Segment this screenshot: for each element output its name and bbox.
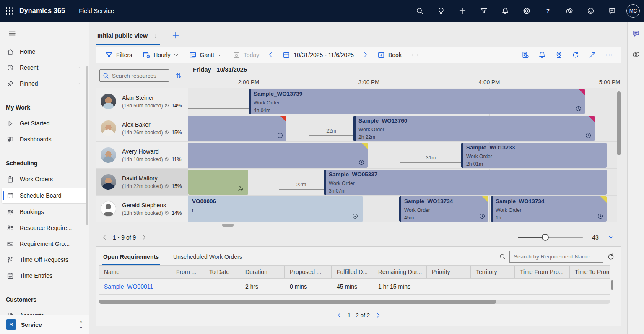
sidebar-item-dashboards[interactable]: Dashboards	[0, 131, 89, 147]
gantt-row[interactable]: 22mSample_WO05337Work Order3h 07m	[188, 169, 617, 196]
waffle-icon[interactable]	[0, 0, 19, 22]
resources-prev-page-icon[interactable]	[101, 234, 108, 240]
smiley-feedback-icon[interactable]	[582, 2, 600, 20]
sidebar-item-get-started[interactable]: Get Started	[0, 115, 89, 131]
sidebar-item-bookings[interactable]: Bookings	[0, 204, 89, 220]
sidebar-item-home[interactable]: Home	[0, 44, 89, 60]
resource-row[interactable]: David Mallory(14h 22m booked)15%	[96, 169, 188, 196]
chat-feedback-icon[interactable]	[603, 2, 621, 20]
column-header[interactable]: Time From Pro...	[515, 266, 570, 278]
zoom-slider[interactable]	[518, 237, 583, 238]
column-header[interactable]: Proposed ...	[285, 266, 332, 278]
booking-bar[interactable]: VO00006r	[188, 196, 363, 222]
bell-icon[interactable]	[496, 2, 514, 20]
search-resources-box[interactable]	[99, 69, 169, 82]
column-header[interactable]: To Date	[204, 266, 240, 278]
expand-board-icon[interactable]	[588, 51, 597, 59]
gantt-row[interactable]: VO00006rSample_WO13734Work Order45mSampl…	[188, 196, 617, 222]
sidebar-item-time-off[interactable]: Time Off Requests	[0, 252, 89, 268]
resource-row[interactable]: Avery Howard(14h 10m booked)11%	[96, 142, 188, 169]
gantt-row[interactable]: 22mSample_WO13760Work Order2h 22m	[188, 115, 617, 142]
filter-icon[interactable]	[475, 2, 493, 20]
book-button[interactable]: Book	[374, 49, 405, 61]
zoom-slider-knob[interactable]	[542, 234, 549, 241]
booking-bar[interactable]	[188, 170, 248, 195]
requirement-name-link[interactable]: Sample_WO00011	[104, 283, 153, 290]
chevron-down-icon[interactable]	[77, 80, 82, 87]
sidebar-item-schedule-board[interactable]: Schedule Board	[2, 188, 87, 203]
refresh-requirements-icon[interactable]	[607, 253, 615, 261]
booking-bar[interactable]: Sample_WO13739Work Order4h 04m	[249, 89, 585, 114]
sidebar-item-accounts[interactable]: Accounts	[0, 308, 89, 315]
booking-bar[interactable]: Sample_WO13760Work Order2h 22m	[353, 116, 595, 141]
teams-chat-icon[interactable]	[632, 29, 640, 38]
panel-tab-unscheduled-work-orders[interactable]: Unscheduled Work Orders	[172, 253, 243, 265]
board-more-icon[interactable]	[605, 51, 613, 59]
copilot-icon[interactable]	[561, 2, 578, 20]
help-icon[interactable]: ?	[539, 2, 557, 20]
requirements-next-page-icon[interactable]	[375, 312, 381, 318]
toolbar-more-icon[interactable]	[408, 49, 422, 61]
filters-button[interactable]: Filters	[101, 49, 135, 61]
booking-bar[interactable]	[188, 143, 368, 168]
sidebar-item-work-orders[interactable]: Work Orders	[0, 171, 89, 187]
sidebar-item-requirement-groups[interactable]: Requirement Gro...	[0, 236, 89, 252]
next-period-button[interactable]	[361, 50, 370, 60]
refresh-icon[interactable]	[571, 51, 580, 59]
tab-initial-public-view[interactable]: Initial public view	[96, 32, 160, 45]
lightbulb-icon[interactable]	[432, 2, 450, 20]
sidebar-item-resource-requirements[interactable]: Resource Require...	[0, 220, 89, 236]
column-header[interactable]: Priority	[427, 266, 471, 278]
column-header[interactable]: Duration	[240, 266, 285, 278]
booking-bar[interactable]	[188, 116, 286, 141]
table-row[interactable]: Sample_WO000112 hrs0 mins45 mins1 hr 15 …	[99, 279, 610, 295]
resources-next-page-icon[interactable]	[141, 234, 147, 240]
column-header[interactable]: Name	[99, 266, 171, 278]
sidebar-scrollbar[interactable]	[86, 66, 88, 225]
panel-tab-open-requirements[interactable]: Open Requirements	[102, 253, 160, 265]
scale-dropdown[interactable]: Hourly	[139, 49, 182, 61]
search-resources-input[interactable]	[112, 73, 164, 79]
sidebar-item-recent[interactable]: Recent	[0, 60, 89, 76]
collapse-panel-chevron-icon[interactable]	[608, 234, 614, 240]
today-button[interactable]: Today	[229, 49, 262, 61]
column-header[interactable]: Fulfilled D...	[332, 266, 373, 278]
gantt-row[interactable]: Sample_WO13739Work Order4h 04m	[188, 88, 617, 115]
resource-row[interactable]: Alex Baker(14h 26m booked)15%	[96, 115, 188, 142]
plus-icon[interactable]	[454, 2, 471, 20]
date-range-picker[interactable]: 10/31/2025 - 11/6/2025	[279, 49, 357, 61]
avatar[interactable]: MC	[626, 4, 640, 18]
view-type-dropdown[interactable]: Gantt	[185, 49, 226, 61]
column-header[interactable]: Remaining Dur...	[373, 266, 427, 278]
add-board-tab-button[interactable]	[171, 31, 180, 39]
tab-kebab-icon[interactable]	[153, 33, 159, 39]
requirements-panel-icon[interactable]	[521, 51, 530, 59]
resource-row[interactable]: Alan Steiner(13h 50m booked)14%	[96, 88, 188, 115]
sidebar-item-pinned[interactable]: Pinned	[0, 76, 89, 91]
gantt-vscroll-thumb[interactable]	[617, 91, 621, 155]
booking-bar[interactable]: Sample_WO13734Work Order45m	[399, 196, 488, 222]
area-switcher[interactable]: S Service ⌃⌄	[0, 315, 89, 334]
chevron-down-icon[interactable]	[77, 64, 82, 71]
booking-bar[interactable]: Sample_WO05337Work Order3h 07m	[324, 170, 607, 195]
map-view-icon[interactable]	[555, 51, 563, 59]
column-header[interactable]: Time To Promi	[570, 266, 610, 278]
requirements-prev-page-icon[interactable]	[336, 312, 343, 318]
booking-bar[interactable]: Sample_WO13733Work Order2h 01m	[461, 143, 607, 168]
sort-resources-icon[interactable]	[175, 72, 182, 79]
resource-row[interactable]: Gerald Stephens(13h 58m booked)14%	[96, 196, 188, 222]
search-icon[interactable]	[411, 2, 428, 20]
requirement-search-input[interactable]	[509, 250, 603, 263]
table-vscroll-thumb[interactable]	[611, 280, 613, 290]
copilot-icon[interactable]	[632, 50, 640, 59]
previous-period-button[interactable]	[266, 50, 275, 60]
column-header[interactable]: Territory	[471, 266, 515, 278]
gantt-row[interactable]: 31mSample_WO13733Work Order2h 01m	[188, 142, 617, 169]
alerts-bell-icon[interactable]	[538, 51, 546, 59]
sidebar-item-time-entries[interactable]: Time Entries	[0, 268, 89, 284]
settings-gear-icon[interactable]	[518, 2, 535, 20]
hamburger-menu-icon[interactable]	[6, 27, 18, 39]
table-hscroll-thumb[interactable]	[99, 300, 496, 304]
booking-bar[interactable]: Sample_WO13734Work Order1h	[491, 196, 607, 222]
column-header[interactable]: From ...	[171, 266, 204, 278]
